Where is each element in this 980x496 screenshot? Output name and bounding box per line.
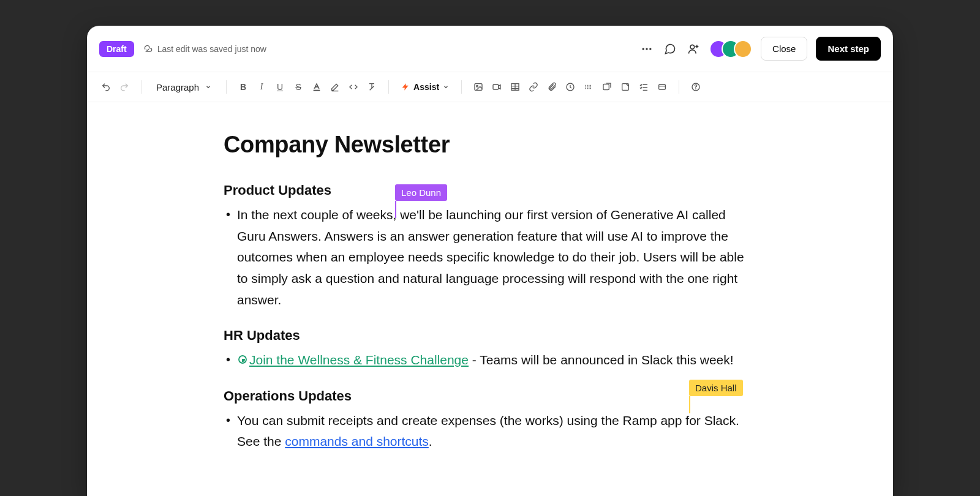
section-heading-hr[interactable]: HR Updates bbox=[224, 328, 756, 344]
comment-icon[interactable] bbox=[663, 42, 677, 56]
guru-link-icon bbox=[237, 354, 248, 365]
highlight-button[interactable] bbox=[327, 78, 343, 96]
svg-point-6 bbox=[477, 85, 478, 87]
hr-after-link: - Teams will be announced in Slack this … bbox=[469, 353, 734, 367]
save-status-text: Last edit was saved just now bbox=[157, 44, 266, 54]
chevron-down-icon bbox=[443, 84, 449, 90]
attachment-button[interactable] bbox=[544, 78, 560, 96]
chevron-down-icon bbox=[205, 84, 211, 90]
ops-link[interactable]: commands and shortcuts bbox=[285, 434, 429, 448]
assist-label: Assist bbox=[413, 82, 439, 92]
list-item[interactable]: You can submit receipts and create expen… bbox=[224, 410, 756, 453]
bold-button[interactable]: B bbox=[235, 78, 251, 96]
next-step-button[interactable]: Next step bbox=[816, 37, 881, 61]
table-button[interactable] bbox=[507, 78, 523, 96]
help-button[interactable] bbox=[688, 78, 704, 96]
image-button[interactable] bbox=[470, 78, 486, 96]
list-item[interactable]: Join the Wellness & Fitness Challenge - … bbox=[224, 350, 756, 371]
undo-button[interactable] bbox=[98, 78, 114, 96]
checklist-button[interactable] bbox=[636, 78, 652, 96]
guru-card-button[interactable] bbox=[562, 78, 578, 96]
add-person-icon[interactable] bbox=[686, 42, 701, 56]
divider-button[interactable] bbox=[581, 78, 597, 96]
svg-rect-7 bbox=[493, 85, 499, 89]
svg-point-1 bbox=[646, 48, 647, 50]
underline-button[interactable]: U bbox=[272, 78, 288, 96]
document-scroll[interactable]: Company Newsletter Product Updates In th… bbox=[87, 102, 893, 496]
block-button[interactable] bbox=[654, 78, 670, 96]
svg-rect-4 bbox=[314, 90, 320, 91]
redo-button[interactable] bbox=[116, 78, 132, 96]
svg-point-0 bbox=[643, 48, 644, 50]
topbar-right: Close Next step bbox=[639, 37, 881, 61]
text-color-button[interactable] bbox=[309, 78, 325, 96]
svg-rect-10 bbox=[603, 84, 609, 89]
close-button[interactable]: Close bbox=[761, 37, 807, 61]
clear-format-button[interactable] bbox=[364, 78, 380, 96]
svg-point-2 bbox=[649, 48, 651, 50]
svg-rect-12 bbox=[659, 85, 666, 89]
topbar-left: Draft Last edit was saved just now bbox=[99, 41, 266, 57]
collaborator-avatars[interactable] bbox=[709, 40, 752, 58]
cloud-check-icon bbox=[143, 44, 153, 54]
section-heading-product[interactable]: Product Updates bbox=[224, 182, 756, 198]
video-button[interactable] bbox=[489, 78, 505, 96]
ops-text-post: . bbox=[429, 434, 432, 448]
page-title[interactable]: Company Newsletter bbox=[224, 132, 756, 158]
paragraph-style-label: Paragraph bbox=[156, 82, 199, 92]
svg-point-14 bbox=[696, 89, 696, 89]
topbar: Draft Last edit was saved just now Close bbox=[87, 26, 893, 72]
iframe-button[interactable] bbox=[617, 78, 633, 96]
strikethrough-button[interactable]: S bbox=[290, 78, 306, 96]
save-status: Last edit was saved just now bbox=[143, 44, 266, 54]
svg-point-3 bbox=[690, 45, 695, 49]
format-toolbar: Paragraph B I U S Assist bbox=[87, 72, 893, 102]
code-inline-button[interactable] bbox=[345, 78, 361, 96]
document-body[interactable]: Company Newsletter Product Updates In th… bbox=[224, 102, 756, 496]
paragraph-style-select[interactable]: Paragraph bbox=[150, 82, 217, 92]
hr-link[interactable]: Join the Wellness & Fitness Challenge bbox=[249, 353, 469, 367]
assist-button[interactable]: Assist bbox=[398, 82, 453, 92]
editor-window: Draft Last edit was saved just now Close bbox=[87, 26, 893, 496]
embed-button[interactable] bbox=[599, 78, 615, 96]
draft-badge: Draft bbox=[99, 41, 134, 57]
avatar bbox=[734, 40, 752, 58]
link-button[interactable] bbox=[526, 78, 541, 96]
italic-button[interactable]: I bbox=[254, 78, 270, 96]
list-item[interactable]: In the next couple of weeks, we'll be la… bbox=[224, 205, 756, 310]
more-icon[interactable] bbox=[639, 42, 654, 56]
section-heading-ops[interactable]: Operations Updates bbox=[224, 388, 756, 404]
